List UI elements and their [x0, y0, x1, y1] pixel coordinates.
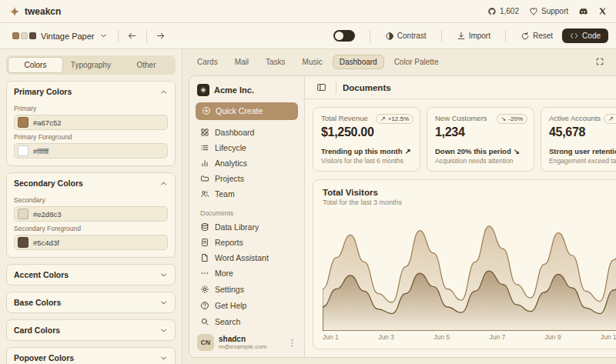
app-sidebar: Acme Inc. Quick Create Dashboard Lifecyc…	[189, 76, 305, 357]
user-menu[interactable]: CN shadcn m@example.com ⋮	[196, 329, 298, 351]
section-body: Primary #a67c52 Primary Foreground #ffff…	[7, 105, 175, 165]
preview-tab[interactable]: Color Palette	[387, 55, 446, 69]
sidebar-item-label: Settings	[215, 285, 244, 294]
import-button[interactable]: Import	[457, 32, 490, 41]
color-swatch[interactable]	[18, 145, 28, 156]
chart-subtitle: Total for the last 3 months	[323, 199, 616, 206]
sidebar-item-projects[interactable]: Projects	[196, 171, 298, 186]
chevron-down-icon	[99, 32, 108, 40]
field-label: Primary Foreground	[14, 133, 168, 141]
ellipsis-icon	[200, 269, 209, 278]
contrast-button[interactable]: Contrast	[385, 32, 427, 41]
theme-selector[interactable]: Vintage Paper	[8, 29, 112, 43]
divider	[370, 30, 370, 42]
sidebar-item-more[interactable]: More	[196, 265, 298, 281]
section-header[interactable]: Base Colors	[7, 292, 175, 312]
color-input-secondary[interactable]: #e2d8c3	[14, 206, 168, 222]
section-header[interactable]: Primary Colors	[7, 82, 175, 102]
color-input-secondary-foreground[interactable]: #5c4d3f	[14, 235, 168, 250]
code-button[interactable]: Code	[562, 28, 608, 43]
chevron-up-icon	[159, 179, 168, 188]
preview-tab-bar: Cards Mail Tasks Music Dashboard Color P…	[182, 49, 616, 72]
color-swatch[interactable]	[18, 209, 28, 219]
sidebar-item-dashboard[interactable]: Dashboard	[196, 125, 298, 140]
stat-footer-primary: Strong user retention↗	[549, 147, 616, 155]
file-text-icon	[200, 253, 209, 262]
color-input-primary[interactable]: #a67c52	[14, 115, 168, 130]
bar-chart-icon	[200, 159, 209, 168]
preview-tab[interactable]: Dashboard	[333, 55, 384, 69]
sidebar-item-reports[interactable]: Reports	[196, 235, 298, 250]
sidebar-item-word-assistant[interactable]: Word Assistant	[196, 250, 298, 265]
sidebar-item-data-library[interactable]: Data Library	[196, 219, 298, 235]
section-title: Card Colors	[14, 326, 60, 335]
section-header[interactable]: Accent Colors	[7, 265, 175, 285]
reset-button[interactable]: Reset	[521, 32, 553, 41]
chart-x-axis: Jun 1 Jun 3 Jun 5 Jun 7 Jun 9	[323, 333, 616, 341]
section-header[interactable]: Card Colors	[7, 320, 175, 340]
star-count: 1,602	[500, 7, 519, 15]
prev-theme-button[interactable]	[124, 28, 141, 45]
stat-value: 45,678	[549, 125, 616, 139]
preview-tab[interactable]: Cards	[190, 55, 225, 69]
user-menu-ellipsis-icon[interactable]: ⋮	[288, 338, 296, 348]
sidebar-item-search[interactable]: Search	[196, 313, 298, 329]
section-accent-colors: Accent Colors	[6, 264, 176, 286]
sidebar-item-lifecycle[interactable]: Lifecycle	[196, 140, 298, 155]
x-axis-label: Jun 1	[323, 333, 339, 341]
x-twitter-button[interactable]	[598, 7, 607, 15]
sidebar-item-get-help[interactable]: Get Help	[196, 297, 298, 313]
fullscreen-button[interactable]	[591, 53, 608, 70]
user-info: shadcn m@example.com	[219, 335, 266, 351]
area-chart[interactable]	[323, 212, 616, 331]
discord-button[interactable]	[578, 6, 588, 16]
x-axis-label: Jun 5	[434, 333, 450, 341]
sidebar-item-label: Word Assistant	[215, 253, 269, 262]
logo[interactable]: tweakcn	[9, 6, 61, 17]
section-title: Primary Colors	[14, 87, 72, 96]
arrow-right-icon	[156, 31, 166, 41]
code-icon	[570, 32, 578, 40]
help-circle-icon	[200, 301, 209, 310]
editor-tab[interactable]: Typography	[63, 57, 119, 73]
github-stars-button[interactable]: 1,602	[487, 7, 519, 16]
toolbar-actions: Contrast Import Reset Code	[333, 28, 608, 43]
preview-tab[interactable]: Mail	[228, 55, 256, 69]
report-icon	[200, 238, 209, 247]
color-input-primary-foreground[interactable]: #ffffff	[14, 143, 168, 159]
chart-title: Total Visitors	[323, 188, 616, 197]
support-label: Support	[541, 7, 568, 15]
section-base-colors: Base Colors	[6, 292, 176, 313]
trend-icon: ↘	[501, 115, 507, 122]
sidebar-item-label: Team	[215, 189, 235, 199]
section-title: Base Colors	[14, 298, 61, 307]
import-label: Import	[469, 32, 490, 40]
trend-badge: ↗+12.5%	[604, 114, 616, 124]
sidebar-item-team[interactable]: Team	[196, 186, 298, 202]
section-header[interactable]: Secondary Colors	[7, 173, 175, 193]
section-title: Accent Colors	[14, 270, 69, 279]
sidebar-toggle-button[interactable]	[313, 79, 330, 96]
color-swatch[interactable]	[18, 117, 28, 128]
divider	[336, 82, 336, 93]
sidebar-item-settings[interactable]: Settings	[196, 281, 298, 297]
company-menu[interactable]: Acme Inc.	[196, 82, 298, 102]
preview-tab[interactable]: Tasks	[259, 55, 293, 69]
hex-value: #ffffff	[33, 147, 49, 155]
color-swatch[interactable]	[18, 237, 28, 248]
sidebar-item-label: More	[215, 269, 233, 278]
preview-tab[interactable]: Music	[296, 55, 330, 69]
next-theme-button[interactable]	[152, 28, 169, 45]
theme-mode-toggle[interactable]	[333, 30, 355, 42]
stat-footer-secondary: Engagement exceed targets	[549, 157, 616, 165]
tweakcn-app: tweakcn 1,602 Support	[0, 0, 616, 364]
section-header[interactable]: Popover Colors	[7, 348, 175, 364]
sidebar-item-analytics[interactable]: Analytics	[196, 155, 298, 171]
quick-create-button[interactable]: Quick Create	[196, 102, 298, 120]
support-button[interactable]: Support	[529, 7, 568, 16]
editor-tab[interactable]: Other	[119, 57, 174, 73]
editor-tab[interactable]: Colors	[8, 57, 63, 73]
sidebar-item-label: Search	[215, 317, 240, 326]
github-icon	[487, 7, 497, 16]
editor-tabs: Colors Typography Other	[6, 55, 176, 75]
